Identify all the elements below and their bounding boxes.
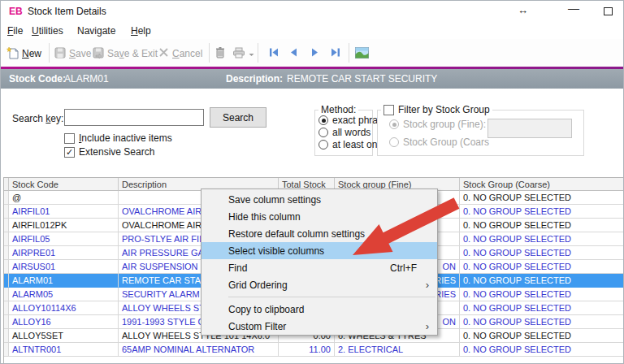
column-header-stock-code[interactable]: Stock Code [9, 178, 119, 191]
cell-coarse[interactable]: 0. NO GROUP SELECTED [460, 329, 624, 343]
cell-code[interactable]: ALARM01 [9, 274, 119, 288]
cell-code[interactable]: @ [9, 191, 119, 205]
cancel-button[interactable]: Cancel [158, 45, 202, 63]
cell-coarse[interactable]: 0. NO GROUP SELECTED [460, 205, 624, 219]
nav-last-icon [331, 48, 340, 59]
context-menu-item-grid-ordering[interactable]: Grid Ordering› [202, 276, 437, 293]
nav-first-button[interactable] [269, 45, 279, 63]
search-button[interactable]: Search [210, 107, 266, 128]
cell-code[interactable]: AIRFIL012PK [9, 219, 119, 232]
picture-icon [355, 47, 369, 61]
cell-code[interactable]: AIRSUS01 [9, 260, 119, 274]
save-button[interactable]: Save [54, 45, 91, 63]
print-button[interactable] [232, 45, 254, 63]
cell-fine[interactable]: 2. ELECTRICAL [335, 343, 460, 357]
cancel-button-label: Cancel [172, 48, 202, 59]
cell-coarse[interactable]: 0. NO GROUP SELECTED [460, 260, 624, 274]
image-button[interactable] [355, 45, 369, 63]
grid-context-menu: Save column settingsHide this columnRest… [201, 188, 438, 336]
menu-file[interactable]: File [7, 25, 23, 37]
cell-coarse[interactable]: 0. NO GROUP SELECTED [460, 246, 624, 260]
method-radio-exact-phrase[interactable] [318, 115, 328, 125]
method-radio-at-least-one[interactable] [318, 140, 328, 150]
cell-stock[interactable]: 11.00 [279, 343, 335, 357]
stock-item-details-window: EB Stock Item Details ↔ — File Utilities… [0, 0, 624, 364]
menu-item-shortcut: Ctrl+F [390, 262, 417, 274]
context-menu-item-copy-to-clipboard[interactable]: Copy to clipboard [202, 301, 437, 318]
menu-item-label: Custom Filter [228, 321, 431, 332]
resize-arrows-icon[interactable]: ↔ [518, 4, 528, 16]
printer-icon [232, 47, 245, 61]
cell-coarse[interactable]: 0. NO GROUP SELECTED [460, 288, 624, 301]
cell-coarse[interactable]: 0. NO GROUP SELECTED [460, 219, 624, 232]
search-key-label: Search key: [12, 113, 63, 124]
menu-item-label: Save column settings [228, 194, 431, 206]
save-exit-button-label: Save & Exit [107, 48, 158, 59]
new-button[interactable]: New [6, 45, 41, 63]
cell-coarse[interactable]: 0. NO GROUP SELECTED [460, 191, 624, 205]
context-menu-item-find[interactable]: FindCtrl+F [202, 259, 437, 276]
extensive-search-checkbox[interactable]: ✓ [64, 147, 75, 158]
nav-last-button[interactable] [331, 45, 340, 63]
nav-next-button[interactable] [311, 45, 318, 63]
menu-item-label: Select visible columns [228, 245, 431, 257]
stock-group-fine-radio[interactable] [389, 119, 399, 129]
save-floppy-icon [54, 47, 66, 61]
save-exit-button[interactable]: Save & Exit [93, 45, 158, 63]
delete-button[interactable] [214, 45, 226, 63]
save-button-label: Save [69, 48, 91, 59]
context-menu-item-select-visible-columns[interactable]: Select visible columns [202, 242, 437, 259]
menu-item-label: Grid Ordering [228, 280, 431, 291]
method-caption: Method: [318, 104, 358, 115]
stock-group-coarse-radio[interactable] [389, 137, 399, 147]
context-menu-item-save-column-settings[interactable]: Save column settings [202, 191, 437, 208]
stock-group-fine-label: Stock group (Fine): [403, 119, 486, 130]
menu-bar: File Utilities Navigate Help [1, 22, 623, 39]
method-option-label: at least one [332, 139, 383, 150]
cell-coarse[interactable]: 0. NO GROUP SELECTED [460, 301, 624, 315]
cell-desc[interactable]: 65AMP NOMINAL ALTERNATOR [119, 343, 279, 357]
nav-next-icon [311, 48, 318, 59]
title-bar: EB Stock Item Details ↔ — [1, 1, 623, 22]
cell-coarse[interactable]: 0. NO GROUP SELECTED [460, 232, 624, 246]
menu-item-label: Restore default column settings [228, 228, 431, 240]
maximize-button[interactable] [604, 7, 613, 15]
cell-coarse[interactable]: 0. NO GROUP SELECTED [460, 315, 624, 329]
menu-utilities[interactable]: Utilities [32, 25, 63, 37]
column-header-stock-group-coarse-[interactable]: Stock Group (Coarse) [460, 178, 624, 191]
nav-previous-button[interactable] [290, 45, 297, 63]
cell-code[interactable]: ALLOY16 [9, 315, 119, 329]
menu-item-label: Hide this column [228, 211, 431, 223]
cancel-x-icon [158, 47, 169, 60]
context-menu-item-hide-this-column[interactable]: Hide this column [202, 208, 437, 225]
cell-code[interactable]: ALARM05 [9, 288, 119, 301]
include-inactive-checkbox[interactable] [64, 133, 75, 144]
cell-coarse[interactable]: 0. NO GROUP SELECTED [460, 343, 624, 357]
menu-help[interactable]: Help [131, 25, 151, 37]
toolbar-separator [349, 43, 349, 63]
nav-first-icon [269, 48, 279, 59]
description-label: Description: [226, 73, 283, 84]
cell-code[interactable]: ALTNTR001 [9, 343, 119, 357]
minimize-button[interactable]: — [568, 2, 579, 15]
cell-coarse[interactable]: 0. NO GROUP SELECTED [460, 274, 624, 288]
cell-code[interactable]: ALLOY10114X6 [9, 301, 119, 315]
stock-group-fine-input[interactable] [488, 119, 572, 138]
filter-by-stock-group-label: Filter by Stock Group [398, 104, 490, 115]
filter-by-stock-group-checkbox[interactable] [384, 105, 394, 115]
menu-item-label: Find [228, 262, 390, 274]
context-menu-item-custom-filter[interactable]: Custom Filter› [202, 318, 437, 335]
search-input[interactable] [64, 109, 204, 126]
cell-code[interactable]: AIRFIL01 [9, 205, 119, 219]
cell-code[interactable]: AIRFIL05 [9, 232, 119, 246]
extensive-search-label: Extensive Search [79, 146, 154, 158]
nav-previous-icon [290, 48, 297, 59]
context-menu-item-restore-default-column-settings[interactable]: Restore default column settings [202, 225, 437, 242]
table-row[interactable]: ALTNTR00165AMP NOMINAL ALTERNATOR11.002.… [4, 343, 624, 357]
menu-navigate[interactable]: Navigate [77, 25, 115, 37]
submenu-arrow-icon: › [426, 279, 429, 291]
method-radio-all-words[interactable] [318, 128, 328, 137]
cell-code[interactable]: ALLOY5SET [9, 329, 119, 343]
menu-item-label: Copy to clipboard [228, 304, 431, 315]
cell-code[interactable]: AIRPRE01 [9, 246, 119, 260]
